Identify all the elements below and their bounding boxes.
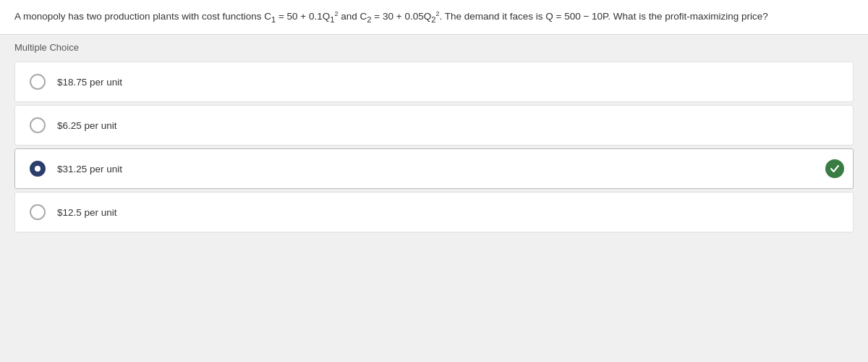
radio-b[interactable] (30, 117, 46, 133)
radio-a[interactable] (30, 74, 46, 90)
option-c-label: $31.25 per unit (57, 164, 122, 174)
option-d-label: $12.5 per unit (57, 207, 117, 218)
option-b[interactable]: $6.25 per unit (14, 105, 854, 146)
options-area: $18.75 per unit $6.25 per unit $31.25 pe… (0, 57, 868, 237)
radio-c[interactable] (30, 161, 46, 177)
multiple-choice-label: Multiple Choice (0, 35, 868, 57)
option-c[interactable]: $31.25 per unit (14, 148, 854, 189)
option-b-label: $6.25 per unit (57, 120, 117, 131)
question-text: A monopoly has two production plants wit… (14, 11, 768, 22)
radio-d[interactable] (30, 204, 46, 220)
option-a[interactable]: $18.75 per unit (14, 62, 854, 102)
option-a-label: $18.75 per unit (57, 77, 122, 88)
option-d[interactable]: $12.5 per unit (14, 192, 854, 232)
the-label: The (445, 11, 461, 22)
question-area: A monopoly has two production plants wit… (0, 0, 868, 35)
correct-checkmark-badge (825, 159, 844, 178)
